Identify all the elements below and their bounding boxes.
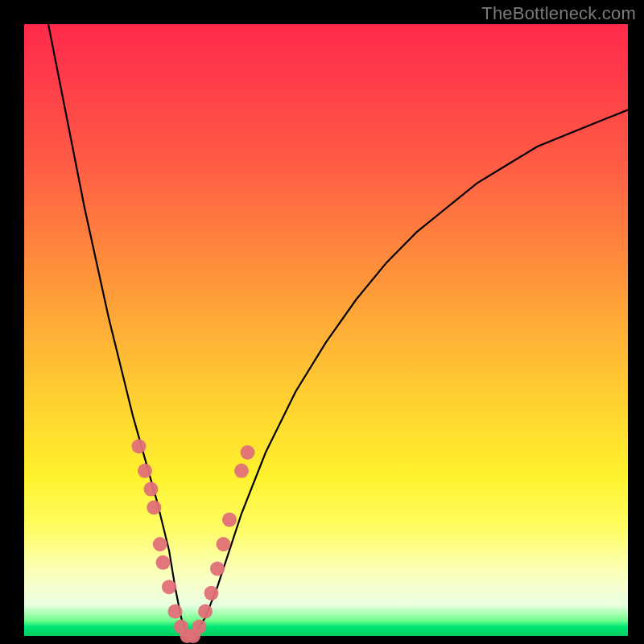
chart-frame: TheBottleneck.com [0, 0, 644, 644]
highlight-dot [138, 464, 152, 478]
curve-layer [24, 24, 628, 636]
highlight-dots [132, 439, 255, 643]
plot-area [24, 24, 628, 636]
highlight-dot [153, 537, 167, 551]
highlight-dot [222, 513, 237, 527]
highlight-dot [234, 464, 249, 478]
highlight-dot [210, 561, 225, 576]
bottleneck-curve [48, 24, 628, 636]
highlight-dot [217, 537, 231, 551]
highlight-dot [147, 500, 161, 514]
highlight-dot [162, 580, 176, 594]
highlight-dot [192, 620, 207, 634]
highlight-dot [132, 439, 147, 453]
highlight-dot [241, 445, 255, 460]
highlight-dot [156, 555, 171, 570]
highlight-dot [168, 605, 183, 619]
watermark-text: TheBottleneck.com [481, 3, 636, 24]
highlight-dot [144, 482, 159, 497]
highlight-dot [198, 605, 213, 619]
highlight-dot [204, 586, 219, 601]
